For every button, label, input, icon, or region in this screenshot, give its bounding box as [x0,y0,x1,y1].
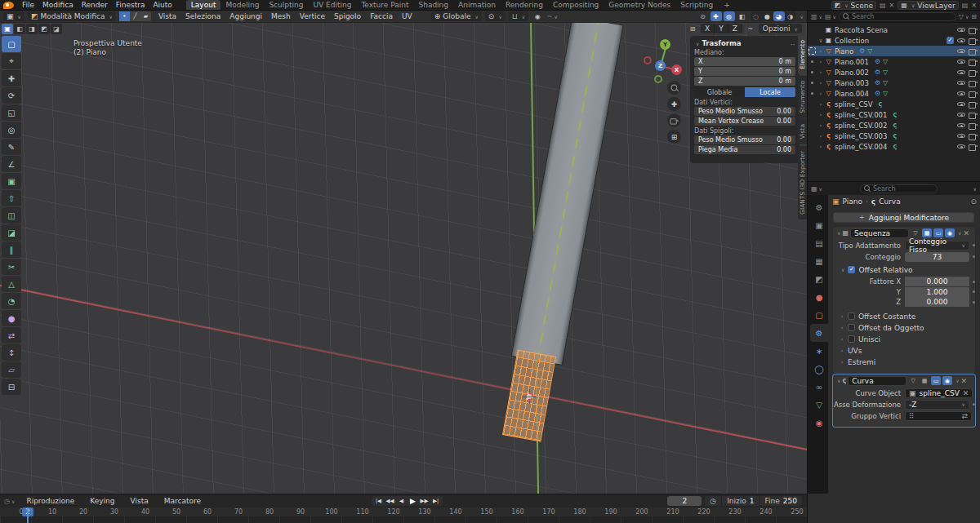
workspace-tab-modeling[interactable]: Modeling [220,0,264,10]
properties-tab-view-layer[interactable]: ▦ [810,252,828,270]
modifier-section-row[interactable]: › UVs [833,345,975,357]
viewport-menu-item[interactable]: Aggiungi [225,11,266,21]
expand-arrow-icon[interactable]: › [817,144,824,150]
expand-arrow-icon[interactable]: › [817,133,824,140]
edit-mode-display-toggle[interactable]: ▽ [911,228,920,237]
shading-solid-button[interactable]: ● [762,11,773,21]
tool-transform[interactable]: ◎ [2,122,21,138]
expand-arrow-icon[interactable]: › [817,48,824,55]
timeline-menu-item[interactable]: Riproduzione [22,496,78,506]
outliner-row[interactable]: › ▽ Piano.001 ⚙ ▽ ς ✓ [808,56,980,67]
mesh-data-icon[interactable]: ▽ [883,79,888,86]
show-in-edit-mode-toggle[interactable]: ▦ [920,376,929,385]
outliner-search[interactable] [839,12,956,21]
tool-bevel[interactable]: ◪ [2,224,21,241]
local-button[interactable]: Locale [745,87,795,97]
tool-knife[interactable]: ✂ [2,259,21,275]
clear-icon[interactable]: ✕ [963,389,969,397]
modifier-wrench-icon[interactable]: ⚙ [875,58,880,65]
pivot-point-dropdown[interactable]: ⊙∨ [485,11,506,21]
toggle-ortho-icon[interactable]: ⊞ [667,130,681,144]
show-in-edit-mode-toggle[interactable]: ▦ [922,228,932,237]
curve-data-icon[interactable]: ς [893,143,897,150]
modifier-name-field[interactable]: Curva [848,376,906,386]
close-icon[interactable]: ✕ [961,377,968,385]
workspace-tab-layout[interactable]: Layout [186,0,221,10]
camera-view-icon[interactable] [667,113,681,127]
play-button[interactable]: ▶ [408,496,418,506]
edit-mode-display-toggle[interactable]: ▽ [908,376,918,385]
modifier-wrench-icon[interactable]: ⚙ [875,69,880,76]
disable-render-icon[interactable] [969,69,978,77]
hide-eye-icon[interactable] [957,47,965,55]
timeline-track-strip[interactable] [0,516,807,523]
show-gizmos-button[interactable]: ✚ [710,11,722,21]
pan-hand-icon[interactable]: ✚ [667,97,681,111]
disable-render-icon[interactable] [969,47,978,55]
expand-arrow-icon[interactable]: ∨ [817,38,824,44]
factor-field[interactable]: 0.000 [905,277,969,286]
modifier-section-row[interactable]: › Estremi [833,357,975,368]
collapse-arrow-icon[interactable]: ∨ [837,378,840,383]
hide-eye-icon[interactable] [957,69,965,77]
add-modifier-button[interactable]: ＋ Aggiungi Modificatore [833,212,974,223]
transform-orientation-dropdown[interactable]: ⊕ Globale∨ [431,11,482,21]
modifier-extras-dropdown[interactable]: ∨ [958,230,961,236]
properties-tab-physics[interactable]: ◯ [810,360,828,378]
outliner-row[interactable]: › ▽ Piano.002 ⚙ ▽ ς ✓ [808,67,980,78]
tool-extrude-region[interactable]: ⇧ [2,190,21,206]
outliner-row[interactable]: › ς spline_CSV ⚙ ▽ ς ✓ [808,99,980,109]
outliner-row[interactable]: › ▽ Piano ⚙ ▽ ς ✓ [808,46,980,56]
viewport-menu-item[interactable]: UV [398,11,416,21]
hide-eye-icon[interactable] [957,37,965,45]
properties-tab-render[interactable]: ▣ [810,216,828,234]
tool-spin[interactable]: ◔ [2,293,21,309]
expand-arrow-icon[interactable]: › [840,325,844,331]
frame-start-field[interactable]: Inizio1 [722,496,760,506]
filter-icon[interactable]: ▽∨ [959,13,969,20]
tool-poly-build[interactable]: △ [2,276,21,292]
navigation-gizmo[interactable]: Y Z X [639,33,691,85]
select-set-option[interactable]: ▣ [2,24,13,34]
deform-axis-dropdown[interactable]: -Z∨ [905,400,969,410]
mesh-data-icon[interactable]: ▽ [883,90,888,97]
disable-render-icon[interactable] [969,111,978,119]
properties-tab-modifiers[interactable]: ⚙ [810,324,828,342]
menu-item[interactable]: Finestra [112,0,149,10]
median-value-field[interactable]: X 0 m [694,57,795,66]
outliner-row[interactable]: › ς spline_CSV.002 ⚙ ▽ ς ✓ [808,120,980,131]
face-select-mode-button[interactable]: ▰ [140,11,151,21]
workspace-tab-sculpting[interactable]: Sculpting [264,0,308,10]
tool-smooth[interactable]: ● [2,310,21,326]
hide-eye-icon[interactable] [957,79,965,87]
properties-tab-scene[interactable]: ◩ [810,270,828,288]
outliner-row[interactable]: ∨ ▣ Collection ⚙ ▽ ς ✓ [808,35,980,46]
falloff-graph-icon[interactable]: ~ [745,24,756,33]
zoom-icon[interactable] [667,81,681,95]
modifier-section-row[interactable]: › Offset Costante [833,311,975,322]
workspace-tab-rendering[interactable]: Rendering [501,0,548,10]
menu-item[interactable]: Render [78,0,112,10]
new-collection-icon[interactable]: ⊞ [971,13,977,20]
select-extend-option[interactable]: ◧ [14,24,25,34]
use-preview-range-button[interactable]: ◷ [705,496,722,506]
hide-eye-icon[interactable] [957,132,965,140]
toggle-xray-button[interactable]: ◧ [737,11,748,21]
disable-render-icon[interactable] [969,132,978,140]
expand-arrow-icon[interactable]: › [840,313,844,320]
tool-move[interactable]: ✚ [2,70,21,86]
expand-arrow-icon[interactable]: › [840,336,844,343]
properties-tab-particles[interactable]: ∗ [810,342,828,360]
workspace-tab-geometry-nodes[interactable]: Geometry Nodes [604,0,675,10]
jump-to-end-button[interactable]: ▶| [430,496,441,506]
animate-dot[interactable] [973,403,975,406]
animate-dot[interactable] [973,290,975,293]
tool-rip-region[interactable]: ⊟ [2,379,21,395]
breadcrumb-data[interactable]: Curva [879,197,901,206]
disable-render-icon[interactable] [969,37,978,45]
shading-material-preview-button[interactable]: ◕ [773,11,785,21]
editor-type-dropdown[interactable]: ▣∨ [3,11,24,21]
disable-render-icon[interactable] [969,26,978,34]
shading-wireframe-button[interactable]: ◌ [751,11,762,21]
render-display-toggle[interactable]: ◉ [942,376,952,385]
